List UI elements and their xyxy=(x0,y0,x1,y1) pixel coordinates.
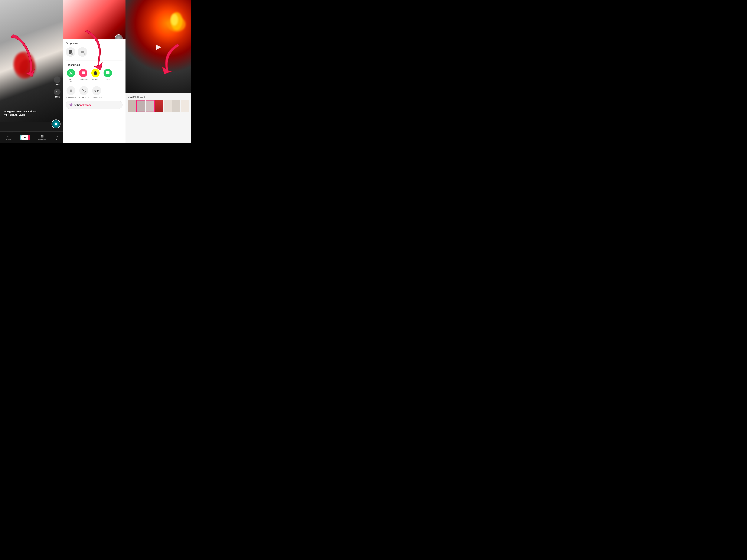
avatar-sq2-sm xyxy=(84,53,85,55)
nav-inbox-label: Входящие xyxy=(38,139,46,141)
bookmark-label: В избранное xyxy=(66,96,76,99)
action-bookmark[interactable]: ⊟ В избранное xyxy=(66,86,76,99)
livephoto-label: Живое фото xyxy=(79,96,88,99)
home-icon: ⌂ xyxy=(7,134,9,138)
send-contacts-row xyxy=(66,47,123,57)
avatar-sq2 xyxy=(81,51,84,53)
create-button[interactable]: + xyxy=(21,135,29,140)
right-video: ▶ xyxy=(126,0,191,93)
share-whatsapp[interactable]: sApptus xyxy=(66,69,76,82)
nav-home-label: Главное xyxy=(5,139,11,141)
share-apps-row: sApptus Сообщение Snapcha... xyxy=(66,69,123,83)
clip-thumb-3[interactable] xyxy=(155,100,163,112)
gif-circle: GIF xyxy=(92,86,101,95)
clip-editor: Выделено 2,0 с xyxy=(126,93,191,143)
play-button[interactable]: ▶ xyxy=(156,43,161,51)
video-preview xyxy=(63,0,126,39)
share-sheet-panel: Отправить Поделиться xyxy=(63,0,126,143)
inbox-icon: ⊟ xyxy=(41,134,44,138)
snapchat-label: Snapcha... xyxy=(92,78,100,80)
nav-plus[interactable]: + xyxy=(21,135,29,140)
share-title: Поделиться xyxy=(66,63,123,66)
send-title: Отправить xyxy=(66,42,123,45)
bookmark-icon: ⊟ xyxy=(70,89,72,92)
nav-profile[interactable]: ○ Я xyxy=(56,134,58,141)
comment-icon: ··· xyxy=(54,77,60,83)
share-snapchat[interactable]: Snapcha... xyxy=(90,69,101,82)
sidebar-icons: ··· 10.9K ↪ 23.3K xyxy=(54,77,60,98)
telegram-text: t.me/bugfeature xyxy=(74,104,91,106)
nav-inbox[interactable]: ⊟ Входящие xyxy=(38,134,46,141)
nav-profile-label: Я xyxy=(56,139,57,141)
bookmark-circle: ⊟ xyxy=(67,86,75,95)
share-count: 23.3K xyxy=(55,96,60,98)
action-gif[interactable]: GIF Подел. в GIF xyxy=(92,86,102,99)
action-row: ⊟ В избранное Живое фото GIF Подел. в GI… xyxy=(66,86,123,99)
contact-1-avatar xyxy=(66,47,75,57)
hashtag-area: #spraypaint #arte r #EnUnMinuto #Aprende… xyxy=(4,110,51,116)
clip-thumb-selected-2[interactable] xyxy=(146,100,155,112)
clip-thumb-4[interactable] xyxy=(164,100,172,112)
snapchat-icon xyxy=(91,69,100,77)
comment-button[interactable]: ··· 10.9K xyxy=(54,77,60,86)
contact-1[interactable] xyxy=(66,47,75,57)
nav-home[interactable]: ⌂ Главное xyxy=(5,134,11,141)
comment-count: 10.9K xyxy=(55,84,60,86)
left-panel: ··· 10.9K ↪ 23.3K #spraypaint #arte r #E… xyxy=(0,0,63,143)
clip-thumb-6[interactable] xyxy=(181,100,189,112)
camera-dot xyxy=(83,90,84,91)
avatar-square-small xyxy=(71,53,73,55)
telegram-banner[interactable]: 👾 t.me/bugfeature xyxy=(66,101,123,109)
play-icon: ▶ xyxy=(156,43,161,51)
share-icon: ↪ xyxy=(54,88,60,95)
clip-thumb-1[interactable] xyxy=(128,100,136,112)
action-livephoto[interactable]: Живое фото xyxy=(79,86,89,99)
fire-visual xyxy=(162,9,191,39)
spray-paint-visual xyxy=(9,49,39,82)
livephoto-circle xyxy=(79,86,88,95)
profile-icon: ○ xyxy=(56,134,58,138)
contact-2-avatar xyxy=(78,47,87,57)
share-sheet-content: Отправить Поделиться xyxy=(63,39,126,143)
plus-inner: + xyxy=(21,135,28,140)
whatsapp-label: sApptus xyxy=(69,78,73,82)
live-photo-icon xyxy=(82,89,86,92)
hashtags: #spraypaint #arte r #EnUnMinuto #Aprende… xyxy=(4,110,51,116)
sms-label: SMS xyxy=(106,78,109,80)
left-video: ··· 10.9K ↪ 23.3K xyxy=(0,0,63,122)
clip-label: Выделено 2,0 с xyxy=(128,96,189,98)
contact-2[interactable] xyxy=(78,47,87,57)
bottom-navigation: ⌂ Главное + ⊟ Входящие ○ Я xyxy=(0,131,63,143)
message-label: Сообщение xyxy=(79,78,88,80)
right-panel: ▶ Выделено 2,0 с xyxy=(126,0,191,143)
sms-icon xyxy=(104,69,112,77)
svg-point-5 xyxy=(171,14,178,26)
gif-label: Подел. в GIF xyxy=(92,96,102,99)
whatsapp-icon xyxy=(67,69,75,77)
message-icon xyxy=(79,69,87,77)
share-sms[interactable]: SMS xyxy=(102,69,113,82)
svg-point-2 xyxy=(19,59,35,77)
gif-icon: GIF xyxy=(95,89,99,92)
share-button[interactable]: ↪ 23.3K xyxy=(54,88,60,98)
vinyl-disc xyxy=(52,119,60,128)
telegram-accent: bugfeature xyxy=(80,104,91,106)
share-message[interactable]: Сообщение xyxy=(78,69,88,82)
clip-thumb-5[interactable] xyxy=(172,100,180,112)
clip-thumb-selected-1[interactable] xyxy=(136,100,145,112)
bug-icon: 👾 xyxy=(69,103,73,107)
clip-timeline xyxy=(128,100,189,112)
